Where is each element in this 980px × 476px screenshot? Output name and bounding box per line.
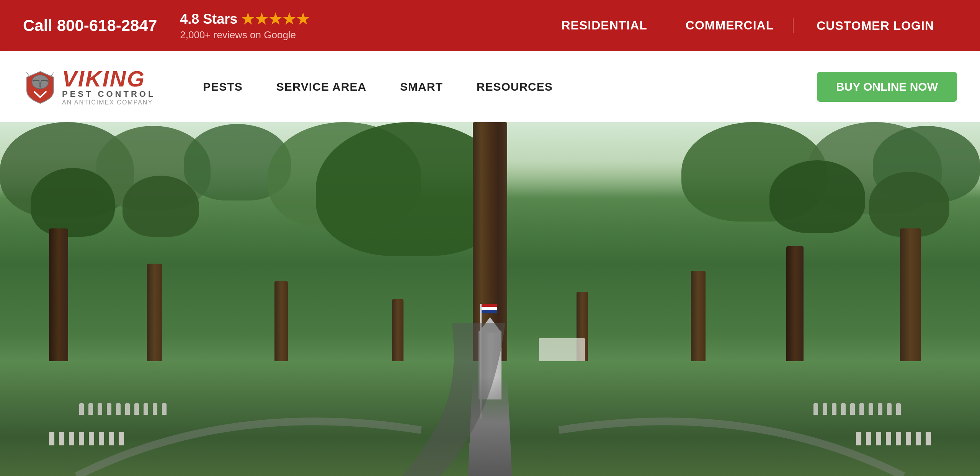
resources-nav-link[interactable]: RESOURCES bbox=[460, 80, 570, 93]
top-bar-left: Call 800-618-2847 4.8 Stars ★★★★★ 2,000+… bbox=[23, 11, 542, 41]
rating-stars: 4.8 Stars ★★★★★ bbox=[180, 11, 310, 28]
top-bar-nav: RESIDENTIAL COMMERCIAL CUSTOMER LOGIN bbox=[542, 18, 957, 33]
residential-link[interactable]: RESIDENTIAL bbox=[542, 18, 666, 33]
tree-canopy-mid4 bbox=[869, 172, 949, 237]
buy-online-button[interactable]: BUY ONLINE NOW bbox=[817, 72, 957, 102]
hero-background bbox=[0, 122, 980, 476]
smart-nav-link[interactable]: SMART bbox=[383, 80, 460, 93]
rating-block: 4.8 Stars ★★★★★ 2,000+ reviews on Google bbox=[180, 11, 310, 41]
phone-number[interactable]: Call 800-618-2847 bbox=[23, 16, 157, 35]
logo-pest-control-text: PEST CONTROL bbox=[62, 90, 155, 98]
reviews-count: 2,000+ reviews on Google bbox=[180, 29, 310, 41]
logo-text-block: VIKING PEST CONTROL AN ANTICIMEX COMPANY bbox=[62, 68, 155, 106]
top-bar: Call 800-618-2847 4.8 Stars ★★★★★ 2,000+… bbox=[0, 0, 980, 51]
logo-viking-text: VIKING bbox=[62, 68, 155, 90]
svg-rect-1 bbox=[39, 82, 41, 88]
service-area-nav-link[interactable]: SERVICE AREA bbox=[260, 80, 383, 93]
tree-canopy-mid2 bbox=[122, 176, 199, 237]
logo-anticimex-text: AN ANTICIMEX COMPANY bbox=[62, 99, 155, 106]
tree-canopy-mid1 bbox=[31, 168, 115, 237]
logo-area: VIKING PEST CONTROL AN ANTICIMEX COMPANY bbox=[23, 68, 155, 106]
pests-nav-link[interactable]: PESTS bbox=[186, 80, 259, 93]
flag-blue-stripe bbox=[482, 310, 497, 313]
background-building bbox=[539, 338, 585, 361]
tree-canopy-mid3 bbox=[769, 160, 865, 233]
customer-login-link[interactable]: CUSTOMER LOGIN bbox=[793, 18, 957, 33]
main-nav-links: PESTS SERVICE AREA SMART RESOURCES bbox=[186, 80, 817, 93]
flag bbox=[482, 304, 497, 313]
main-nav: VIKING PEST CONTROL AN ANTICIMEX COMPANY… bbox=[0, 51, 980, 122]
curved-path-svg bbox=[0, 323, 980, 476]
flag-red-stripe bbox=[482, 304, 497, 307]
rating-text: 4.8 Stars bbox=[180, 11, 237, 27]
stars-icon: ★★★★★ bbox=[241, 11, 310, 28]
commercial-link[interactable]: COMMERCIAL bbox=[666, 18, 793, 33]
logo-icon bbox=[23, 70, 57, 104]
hero-section bbox=[0, 122, 980, 476]
flag-white-stripe bbox=[482, 307, 497, 310]
